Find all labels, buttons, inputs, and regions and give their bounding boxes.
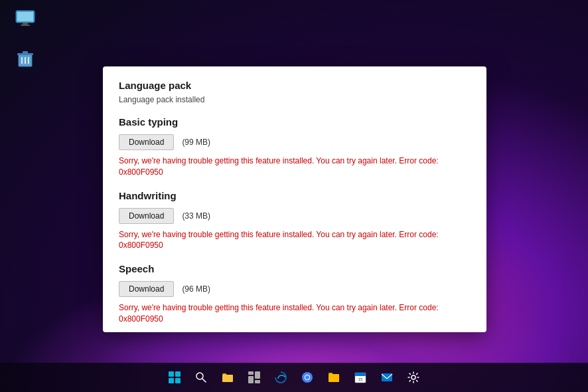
svg-point-29: [411, 375, 415, 379]
recycle-bin-icon: [15, 48, 36, 69]
speech-section: Speech Download (96 MB) Sorry, we're hav…: [119, 263, 471, 325]
speech-download-row: Download (96 MB): [119, 281, 471, 297]
basic-typing-download-row: Download (99 MB): [119, 134, 471, 150]
svg-rect-17: [248, 371, 254, 375]
handwriting-file-size: (33 MB): [182, 211, 210, 221]
svg-text:15: 15: [358, 377, 363, 381]
speech-error: Sorry, we're having trouble getting this…: [119, 302, 471, 325]
desktop-icon-recycle[interactable]: [7, 48, 44, 72]
svg-rect-2: [23, 23, 28, 25]
basic-typing-download-button[interactable]: Download: [119, 134, 174, 150]
svg-line-15: [202, 379, 206, 382]
svg-rect-10: [169, 371, 174, 377]
calendar-button[interactable]: 15: [348, 365, 372, 389]
widgets-button[interactable]: [242, 365, 266, 389]
svg-rect-18: [248, 376, 254, 383]
settings-button[interactable]: [402, 365, 425, 389]
svg-rect-3: [21, 25, 30, 26]
mail-button[interactable]: [375, 365, 399, 389]
speech-title: Speech: [119, 263, 471, 274]
file-explorer-button[interactable]: [216, 365, 240, 389]
basic-typing-file-size: (99 MB): [182, 138, 210, 147]
svg-rect-1: [17, 12, 33, 21]
language-features-dialog: Language pack Language pack installed Ba…: [103, 66, 486, 332]
handwriting-section: Handwriting Download (33 MB) Sorry, we'r…: [119, 190, 471, 252]
svg-rect-20: [255, 380, 260, 383]
taskbar: 15: [0, 363, 588, 392]
handwriting-download-button[interactable]: Download: [119, 208, 174, 224]
basic-typing-section: Basic typing Download (99 MB) Sorry, we'…: [119, 116, 471, 178]
chrome-button[interactable]: [295, 365, 319, 389]
handwriting-error: Sorry, we're having trouble getting this…: [119, 229, 471, 252]
folder-button[interactable]: [322, 365, 346, 389]
svg-rect-26: [355, 373, 366, 376]
basic-typing-title: Basic typing: [119, 116, 471, 128]
svg-rect-19: [255, 371, 260, 379]
svg-rect-24: [329, 374, 339, 382]
edge-button[interactable]: [269, 365, 293, 389]
language-pack-subtitle: Language pack installed: [119, 95, 471, 104]
svg-rect-6: [23, 51, 28, 54]
handwriting-title: Handwriting: [119, 190, 471, 201]
monitor-icon: [15, 8, 36, 29]
svg-rect-11: [175, 371, 181, 377]
svg-rect-12: [169, 378, 174, 383]
language-pack-title: Language pack: [119, 80, 471, 91]
speech-download-button[interactable]: Download: [119, 281, 174, 297]
desktop-icon-monitor[interactable]: [7, 8, 44, 32]
svg-rect-28: [382, 373, 392, 381]
search-button[interactable]: [189, 365, 213, 389]
svg-point-23: [305, 375, 309, 379]
language-pack-section: Language pack Language pack installed: [119, 80, 471, 104]
speech-file-size: (96 MB): [182, 284, 210, 294]
handwriting-download-row: Download (33 MB): [119, 208, 471, 224]
start-button[interactable]: [163, 365, 186, 389]
basic-typing-error: Sorry, we're having trouble getting this…: [119, 155, 471, 178]
svg-rect-13: [175, 378, 181, 383]
svg-rect-16: [222, 375, 233, 382]
